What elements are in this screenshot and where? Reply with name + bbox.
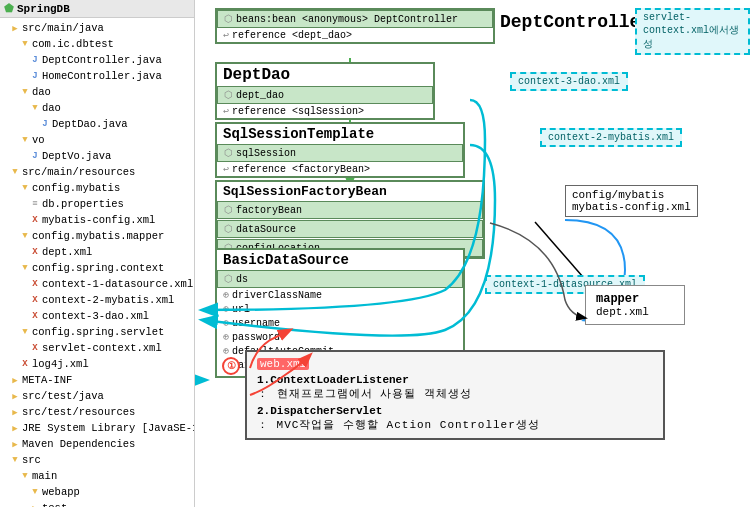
field-row: ⊕ password (217, 330, 463, 344)
dept-controller-box: ⬡ beans:bean <anonymous> DeptController … (215, 8, 495, 44)
bean-header: ⬡ factoryBean (217, 201, 483, 219)
annotation-body-2: ： MVC작업을 수행할 Action Controller생성 (257, 417, 653, 432)
annotation-title-2: 2.DispatcherServlet (257, 405, 382, 417)
tree-item[interactable]: ▶ META-INF (0, 372, 194, 388)
tree-item[interactable]: ▼ config.mybatis (0, 180, 194, 196)
java-icon: J (38, 117, 52, 131)
webxml-badge: web.xml (257, 358, 309, 370)
folder-icon: ▶ (8, 373, 22, 387)
ref-row: ↩ reference <factoryBean> (217, 162, 463, 176)
tree-item[interactable]: ≡ db.properties (0, 196, 194, 212)
bean-header: ⬡ dept_dao (217, 86, 433, 104)
mapper-box: mapper dept.xml (585, 285, 685, 325)
sql-session-template-box: SqlSessionTemplate ⬡ sqlSession ↩ refere… (215, 122, 465, 178)
bean-header: ⬡ sqlSession (217, 144, 463, 162)
project-title: SpringDB (17, 3, 70, 15)
folder-icon: ▶ (28, 501, 42, 507)
xml-icon: X (28, 293, 42, 307)
folder-icon: ▼ (18, 229, 32, 243)
tree-item[interactable]: J DeptController.java (0, 52, 194, 68)
xml-icon: X (28, 213, 42, 227)
file-tree-panel: ⬟ SpringDB ▶ src/main/java ▼ com.ic.dbte… (0, 0, 195, 507)
folder-icon: ▶ (8, 21, 22, 35)
tree-item[interactable]: X context-2-mybatis.xml (0, 292, 194, 308)
tree-item[interactable]: ▶ src/test/resources (0, 404, 194, 420)
tree-item[interactable]: ▼ src (0, 452, 194, 468)
folder-icon: ▼ (18, 325, 32, 339)
prop-icon: ≡ (28, 197, 42, 211)
folder-icon: ▼ (18, 85, 32, 99)
xml-icon: X (28, 309, 42, 323)
tree-item[interactable]: ▶ test (0, 500, 194, 507)
tree-item[interactable]: ▶ src/test/java (0, 388, 194, 404)
folder-icon: ▼ (18, 181, 32, 195)
project-header: ⬟ SpringDB (0, 0, 194, 18)
folder-icon: ▶ (8, 421, 22, 435)
tree-item[interactable]: ▼ src/main/resources (0, 164, 194, 180)
folder-icon: ▼ (28, 101, 42, 115)
tree-item[interactable]: J DeptVo.java (0, 148, 194, 164)
tree-item[interactable]: X context-3-dao.xml (0, 308, 194, 324)
tree-item[interactable]: ▶ JRE System Library [JavaSE-1.6] (0, 420, 194, 436)
tree-item[interactable]: J HomeController.java (0, 68, 194, 84)
annotation-box: ① web.xml 1.ContextLoaderListener ： 현재프로… (245, 350, 665, 440)
folder-icon: ▶ (8, 389, 22, 403)
tree-item[interactable]: ▼ config.mybatis.mapper (0, 228, 194, 244)
bean-header: ⬡ dataSource (217, 220, 483, 238)
bean-header: ⬡ ds (217, 270, 463, 288)
xml-icon: X (28, 277, 42, 291)
ref-row: ↩ reference <dept_dao> (217, 28, 493, 42)
java-icon: J (28, 53, 42, 67)
circle-number: ① (222, 357, 240, 375)
folder-icon: ▼ (8, 165, 22, 179)
java-icon: J (28, 149, 42, 163)
tree-item[interactable]: X log4j.xml (0, 356, 194, 372)
tree-item[interactable]: X servlet-context.xml (0, 340, 194, 356)
dept-dao-box: DeptDao ⬡ dept_dao ↩ reference <sqlSessi… (215, 62, 435, 120)
tree-item[interactable]: ▼ dao (0, 84, 194, 100)
xml-icon: X (28, 245, 42, 259)
dept-controller-title: DeptController (500, 12, 651, 32)
field-row: ⊕ driverClassName (217, 288, 463, 302)
field-row: ⊕ url (217, 302, 463, 316)
folder-icon: ▶ (8, 437, 22, 451)
annotation-body-1: ： 현재프로그램에서 사용될 객체생성 (257, 386, 653, 401)
tree-item[interactable]: J DeptDao.java (0, 116, 194, 132)
tree-item[interactable]: ▼ config.spring.servlet (0, 324, 194, 340)
diagram-panel: ⬡ beans:bean <anonymous> DeptController … (195, 0, 750, 507)
spring-icon: ⬟ (4, 2, 14, 15)
java-icon: J (28, 69, 42, 83)
folder-icon: ▼ (18, 469, 32, 483)
folder-icon: ▼ (18, 37, 32, 51)
folder-icon: ▶ (8, 405, 22, 419)
folder-icon: ▼ (18, 133, 32, 147)
tree-item[interactable]: ▼ main (0, 468, 194, 484)
folder-icon: ▼ (8, 453, 22, 467)
tree-item[interactable]: ▼ com.ic.dbtest (0, 36, 194, 52)
annotation-title-1: 1.ContextLoaderListener (257, 374, 409, 386)
xml-icon: X (28, 341, 42, 355)
context3-label: context-3-dao.xml (510, 72, 628, 91)
xml-icon: X (18, 357, 32, 371)
tree-item[interactable]: ▼ vo (0, 132, 194, 148)
bean-header: ⬡ beans:bean <anonymous> DeptController (217, 10, 493, 28)
context2-label: context-2-mybatis.xml (540, 128, 682, 147)
tree-item[interactable]: ▼ dao (0, 100, 194, 116)
tree-item[interactable]: ▼ webapp (0, 484, 194, 500)
tree-item[interactable]: X mybatis-config.xml (0, 212, 194, 228)
folder-icon: ▼ (18, 261, 32, 275)
field-row: ⊕ username (217, 316, 463, 330)
ref-row: ↩ reference <sqlSession> (217, 104, 433, 118)
tree-item[interactable]: ▶ src/main/java (0, 20, 194, 36)
tree-item[interactable]: ▼ config.spring.context (0, 260, 194, 276)
folder-icon: ▼ (28, 485, 42, 499)
tree-item[interactable]: ▶ Maven Dependencies (0, 436, 194, 452)
servlet-context-label: servlet-context.xml에서생성 (635, 8, 750, 55)
tree-item[interactable]: X context-1-datasource.xml (0, 276, 194, 292)
config-mybatis-label: config/mybatis mybatis-config.xml (565, 185, 698, 217)
tree-item[interactable]: X dept.xml (0, 244, 194, 260)
